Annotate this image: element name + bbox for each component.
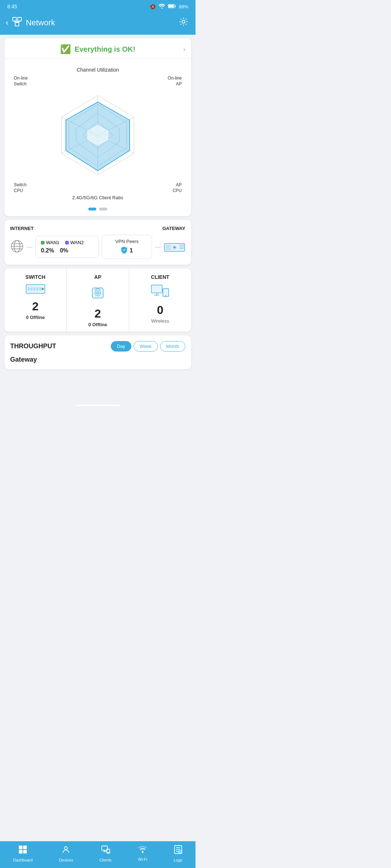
svg-rect-40 [36,287,38,291]
ap-icon [89,284,106,303]
divider [4,59,191,59]
svg-rect-4 [18,17,21,21]
tab-month[interactable]: Month [160,341,185,352]
wan-labels: WAN1 WAN2 [41,240,93,245]
switch-count: 2 [32,300,39,313]
ap-label: AP [94,274,101,280]
radar-title: Channel Utilization [77,67,119,73]
radar-label-ap-cpu: APCPU [173,182,182,193]
svg-point-46 [97,293,98,294]
time-tab-group: Day Week Month [111,341,185,352]
svg-rect-34 [180,247,184,249]
devices-row: SWITCH 2 0 Offline [4,268,191,332]
svg-point-51 [165,295,167,297]
status-text: Everything is OK! [75,45,135,54]
status-bar: 8:45 🔕 88% [0,0,196,13]
back-button[interactable]: ‹ [6,18,8,27]
vpn-shield-icon [121,246,127,255]
mute-icon: 🔕 [150,4,156,9]
switch-offline-num: 0 [26,315,29,320]
dot-2 [99,208,107,210]
wan-values: 0.2% 0% [41,247,93,254]
switch-section: SWITCH 2 0 Offline [4,268,66,332]
vpn-box: VPN Peers 1 [102,235,152,259]
wan1-dot [41,241,45,244]
ap-offline: 0 Offline [88,322,107,327]
status-radar-card: ✅ Everything is OK! › Channel Utilizatio… [4,38,191,216]
client-count: 0 [157,303,163,317]
svg-point-42 [42,288,44,290]
radar-bottom-label: 2.4G/5G/6G Client Ratio [72,195,123,200]
svg-rect-47 [151,285,162,293]
switch-icon [26,284,45,296]
status-icons: 🔕 88% [150,4,188,10]
app-header: ‹ Network [0,13,196,35]
radar-label-switch-cpu: SwitchCPU [14,182,26,193]
internet-header-row: INTERNET GATEWAY [10,226,185,231]
radar-label-ap: On-lineAP [168,76,182,87]
throughput-title: THROUGHPUT [10,342,56,350]
svg-rect-38 [30,287,33,291]
svg-rect-5 [15,22,19,26]
throughput-subtitle: Gateway [10,356,185,363]
svg-rect-39 [33,287,35,291]
ap-offline-num: 0 [88,322,91,327]
wan2-label: WAN2 [65,240,84,245]
battery-icon [168,4,176,9]
dash-right: — [155,244,161,250]
client-wireless: Wireless [151,318,169,324]
svg-rect-31 [166,245,171,250]
page-indicator [10,208,185,210]
gateway-icon [164,240,185,254]
internet-gateway-card: INTERNET GATEWAY — WAN1 [4,220,191,265]
svg-rect-3 [13,17,16,21]
devices-card: SWITCH 2 0 Offline [4,268,191,332]
svg-point-35 [174,247,175,248]
wan2-value: 0% [60,247,68,254]
wifi-status-icon [159,4,165,10]
status-row: ✅ Everything is OK! › [10,44,185,54]
dash-left: — [27,244,33,250]
page-title: Network [26,18,55,27]
svg-rect-33 [180,245,184,246]
ap-section: AP 2 0 Offline [66,268,129,332]
radar-label-switch: On-lineSwitch [14,76,28,87]
battery-percent: 88% [179,4,188,9]
header-left: ‹ Network [6,17,55,29]
svg-rect-2 [175,5,176,7]
gateway-label: GATEWAY [162,226,185,231]
tab-day[interactable]: Day [111,341,131,352]
switch-offline-label: Offline [30,315,45,320]
svg-rect-1 [168,5,174,8]
settings-button[interactable] [179,17,188,29]
svg-rect-37 [28,287,30,291]
vpn-count-row: 1 [121,246,133,255]
switch-offline: 0 Offline [26,315,45,320]
tab-week[interactable]: Week [134,341,158,352]
network-icon [12,17,22,29]
wan1-label: WAN1 [41,240,59,245]
svg-rect-41 [39,287,41,291]
svg-point-11 [182,20,185,23]
home-indicator [76,405,119,406]
vpn-count-value: 1 [130,247,133,254]
vpn-label: VPN Peers [115,239,138,244]
internet-label: INTERNET [10,226,34,231]
status-time: 8:45 [7,4,17,9]
switch-label: SWITCH [25,274,45,280]
wan-box: WAN1 WAN2 0.2% 0% [35,236,99,258]
client-section: CLIENT 0 Wireless [129,268,191,332]
throughput-header: THROUGHPUT Day Week Month [10,341,185,352]
client-label: CLIENT [151,274,169,280]
wan2-dot [65,241,69,244]
throughput-card: THROUGHPUT Day Week Month Gateway [4,335,191,369]
internet-content-row: — WAN1 WAN2 0.2% 0% [10,235,185,259]
client-icon [151,284,169,300]
chevron-right-icon[interactable]: › [183,46,185,53]
dot-1 [88,208,96,210]
ap-count: 2 [94,307,101,320]
radar-chart: Channel Utilization On-lineSwitch On-lin… [10,63,185,204]
ap-offline-label: Offline [92,322,107,327]
wan1-value: 0.2% [41,247,54,254]
globe-icon [10,239,24,255]
